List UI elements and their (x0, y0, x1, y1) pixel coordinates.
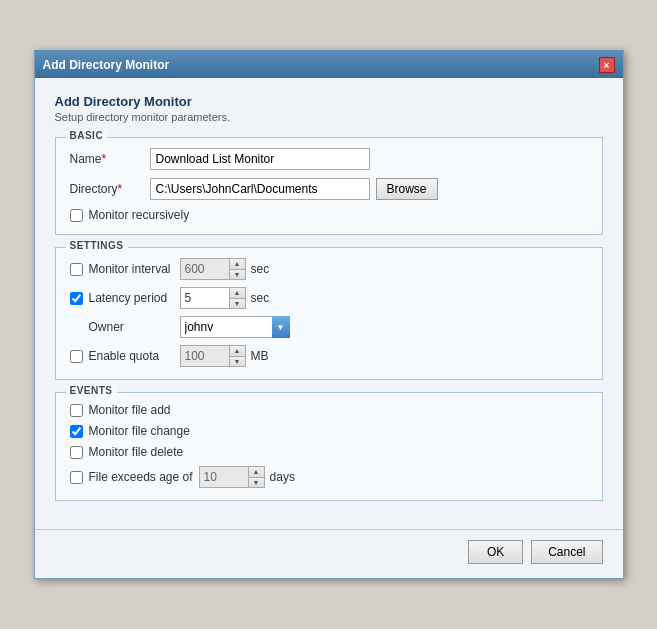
file-exceeds-age-input (199, 466, 249, 488)
latency-period-up[interactable]: ▲ (230, 288, 245, 299)
dialog-header-subtitle: Setup directory monitor parameters. (55, 111, 603, 123)
name-label: Name* (70, 152, 150, 166)
monitor-interval-checkbox[interactable] (70, 263, 83, 276)
monitor-interval-up[interactable]: ▲ (230, 259, 245, 270)
enable-quota-label: Enable quota (70, 349, 180, 363)
dialog-title: Add Directory Monitor (43, 58, 170, 72)
footer: OK Cancel (35, 530, 623, 578)
enable-quota-spinner: ▲ ▼ MB (180, 345, 269, 367)
owner-row: Owner johnv admin guest (70, 316, 588, 338)
monitor-file-add-checkbox[interactable] (70, 404, 83, 417)
file-exceeds-age-unit: days (270, 470, 295, 484)
monitor-file-delete-row: Monitor file delete (70, 445, 588, 459)
directory-row: Directory* Browse (70, 178, 588, 200)
directory-label: Directory* (70, 182, 150, 196)
events-section-title: EVENTS (66, 385, 117, 396)
latency-period-unit: sec (251, 291, 270, 305)
enable-quota-unit: MB (251, 349, 269, 363)
monitor-recursively-row: Monitor recursively (70, 208, 588, 222)
title-bar: Add Directory Monitor × (35, 52, 623, 78)
monitor-file-change-row: Monitor file change (70, 424, 588, 438)
monitor-interval-unit: sec (251, 262, 270, 276)
ok-button[interactable]: OK (468, 540, 523, 564)
name-row: Name* (70, 148, 588, 170)
monitor-interval-down[interactable]: ▼ (230, 270, 245, 280)
basic-section: BASIC Name* Directory* Browse Monitor re… (55, 137, 603, 235)
name-input[interactable] (150, 148, 370, 170)
owner-label: Owner (70, 320, 180, 334)
monitor-recursively-checkbox[interactable] (70, 209, 83, 222)
monitor-file-change-label: Monitor file change (89, 424, 190, 438)
latency-period-input[interactable] (180, 287, 230, 309)
file-exceeds-age-label: File exceeds age of (89, 470, 193, 484)
latency-period-checkbox[interactable] (70, 292, 83, 305)
monitor-interval-row: Monitor interval ▲ ▼ sec (70, 258, 588, 280)
basic-section-title: BASIC (66, 130, 108, 141)
enable-quota-up[interactable]: ▲ (230, 346, 245, 357)
close-button[interactable]: × (599, 57, 615, 73)
monitor-file-delete-checkbox[interactable] (70, 446, 83, 459)
cancel-button[interactable]: Cancel (531, 540, 602, 564)
owner-select[interactable]: johnv admin guest (180, 316, 290, 338)
monitor-file-add-label: Monitor file add (89, 403, 171, 417)
directory-input[interactable] (150, 178, 370, 200)
latency-period-spinner: ▲ ▼ sec (180, 287, 270, 309)
dialog-header: Add Directory Monitor Setup directory mo… (55, 94, 603, 123)
enable-quota-checkbox[interactable] (70, 350, 83, 363)
events-section: EVENTS Monitor file add Monitor file cha… (55, 392, 603, 501)
monitor-interval-input (180, 258, 230, 280)
enable-quota-down[interactable]: ▼ (230, 357, 245, 367)
browse-button[interactable]: Browse (376, 178, 438, 200)
dialog-header-title: Add Directory Monitor (55, 94, 603, 109)
monitor-recursively-label: Monitor recursively (89, 208, 190, 222)
enable-quota-row: Enable quota ▲ ▼ MB (70, 345, 588, 367)
settings-section: SETTINGS Monitor interval ▲ ▼ sec (55, 247, 603, 380)
file-exceeds-age-down[interactable]: ▼ (249, 478, 264, 488)
latency-period-label: Latency period (70, 291, 180, 305)
file-exceeds-age-spinner: ▲ ▼ days (199, 466, 295, 488)
file-exceeds-age-checkbox[interactable] (70, 471, 83, 484)
monitor-interval-label: Monitor interval (70, 262, 180, 276)
file-exceeds-age-up[interactable]: ▲ (249, 467, 264, 478)
enable-quota-input (180, 345, 230, 367)
latency-period-down[interactable]: ▼ (230, 299, 245, 309)
monitor-interval-spinner: ▲ ▼ sec (180, 258, 270, 280)
monitor-file-delete-label: Monitor file delete (89, 445, 184, 459)
dialog-body: Add Directory Monitor Setup directory mo… (35, 78, 623, 529)
add-directory-monitor-dialog: Add Directory Monitor × Add Directory Mo… (34, 50, 624, 579)
monitor-file-change-checkbox[interactable] (70, 425, 83, 438)
latency-period-row: Latency period ▲ ▼ sec (70, 287, 588, 309)
settings-section-title: SETTINGS (66, 240, 128, 251)
file-exceeds-age-row: File exceeds age of ▲ ▼ days (70, 466, 588, 488)
monitor-file-add-row: Monitor file add (70, 403, 588, 417)
owner-select-wrap: johnv admin guest (180, 316, 290, 338)
